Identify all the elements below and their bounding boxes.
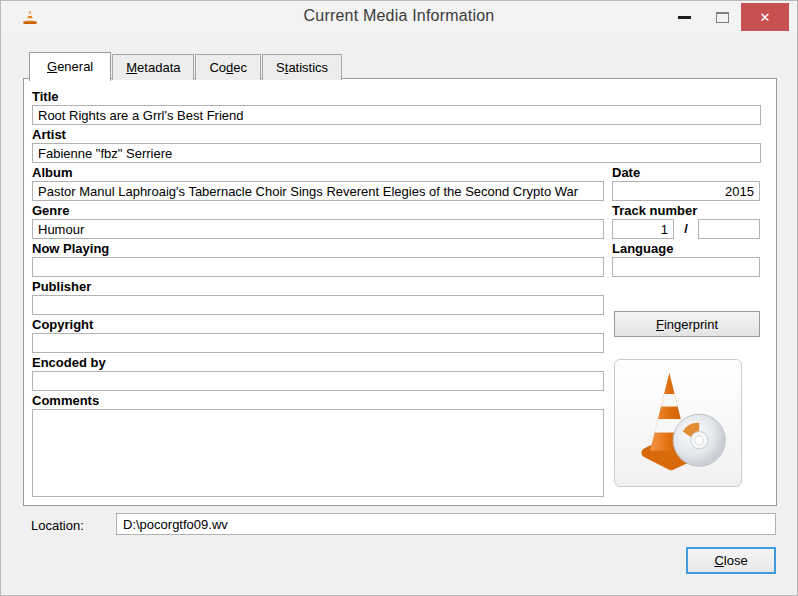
general-tab-panel: Title Artist Album Date Genre Track numb… bbox=[23, 78, 777, 506]
tab-codec[interactable]: Codec bbox=[195, 54, 261, 80]
vlc-cone-artwork bbox=[625, 368, 731, 478]
titlebar: Current Media Information ✕ bbox=[1, 1, 797, 33]
encoded-by-input[interactable] bbox=[32, 371, 604, 391]
tab-bar: General Metadata Codec Statistics bbox=[29, 52, 343, 80]
publisher-input[interactable] bbox=[32, 295, 604, 315]
now-playing-input[interactable] bbox=[32, 257, 604, 277]
media-info-dialog: Current Media Information ✕ General Meta… bbox=[0, 0, 798, 596]
maximize-button[interactable] bbox=[703, 3, 741, 31]
album-input[interactable] bbox=[32, 181, 604, 201]
date-input[interactable] bbox=[612, 181, 760, 201]
maximize-icon bbox=[716, 12, 729, 23]
album-label: Album bbox=[32, 165, 72, 180]
location-label: Location: bbox=[31, 518, 84, 533]
close-dialog-button[interactable]: Close bbox=[686, 547, 776, 574]
comments-label: Comments bbox=[32, 393, 99, 408]
copyright-input[interactable] bbox=[32, 333, 604, 353]
copyright-label: Copyright bbox=[32, 317, 93, 332]
fingerprint-button[interactable]: Fingerprint bbox=[614, 311, 760, 337]
artwork-box bbox=[614, 359, 742, 487]
artist-input[interactable] bbox=[32, 143, 761, 163]
window-controls: ✕ bbox=[665, 3, 789, 31]
minimize-icon bbox=[678, 16, 691, 19]
comments-textarea[interactable] bbox=[32, 409, 604, 497]
encoded-by-label: Encoded by bbox=[32, 355, 106, 370]
language-input[interactable] bbox=[612, 257, 760, 277]
track-separator: / bbox=[674, 221, 698, 236]
tab-metadata[interactable]: Metadata bbox=[112, 54, 194, 80]
genre-label: Genre bbox=[32, 203, 70, 218]
close-window-button[interactable]: ✕ bbox=[741, 3, 789, 31]
title-input[interactable] bbox=[32, 105, 761, 125]
genre-input[interactable] bbox=[32, 219, 604, 239]
track-number-label: Track number bbox=[612, 203, 697, 218]
tab-statistics[interactable]: Statistics bbox=[262, 54, 342, 80]
track-number-input[interactable] bbox=[612, 219, 674, 239]
artist-label: Artist bbox=[32, 127, 66, 142]
track-total-input[interactable] bbox=[698, 219, 760, 239]
language-label: Language bbox=[612, 241, 673, 256]
now-playing-label: Now Playing bbox=[32, 241, 109, 256]
date-label: Date bbox=[612, 165, 640, 180]
tab-general[interactable]: General bbox=[29, 52, 111, 81]
close-icon: ✕ bbox=[760, 10, 771, 25]
minimize-button[interactable] bbox=[665, 3, 703, 31]
publisher-label: Publisher bbox=[32, 279, 91, 294]
title-label: Title bbox=[32, 89, 59, 104]
location-input[interactable] bbox=[116, 513, 776, 535]
